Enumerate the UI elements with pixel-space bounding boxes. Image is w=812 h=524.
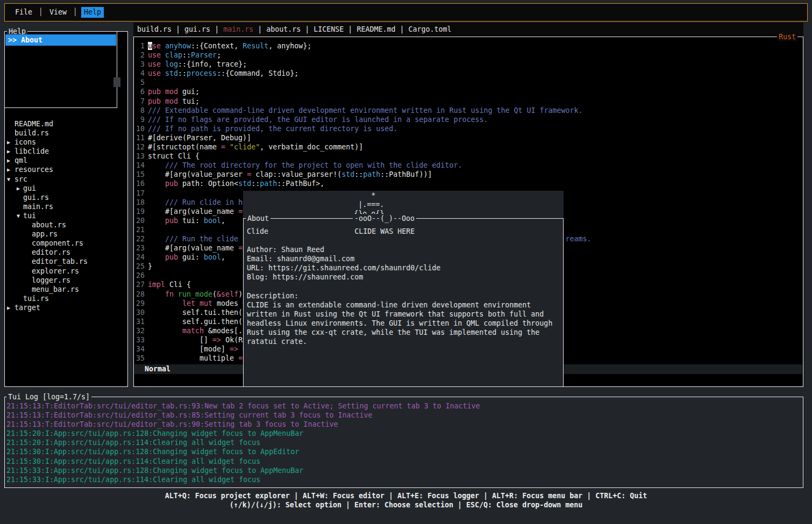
tree-item-tui[interactable]: ▼tui — [5, 211, 127, 220]
chevron-right-icon: ▶ — [7, 165, 10, 174]
code-line-text: pub mod tui; — [148, 97, 200, 105]
line-number: 3 — [136, 60, 145, 69]
code-line-text: impl Cli { — [148, 281, 191, 289]
code-segment: pub — [148, 180, 182, 188]
tree-item-README.md[interactable]: README.md — [5, 119, 127, 128]
tree-item-gui[interactable]: ▶gui — [5, 184, 127, 193]
tree-item-editor_tab.rs[interactable]: editor_tab.rs — [5, 257, 127, 266]
code-segment: tui: — [182, 217, 204, 225]
tree-item-menu_bar.rs[interactable]: menu_bar.rs — [5, 285, 127, 294]
menu-item-view[interactable]: View — [47, 7, 69, 17]
code-line-7[interactable]: 7pub mod tui; — [136, 97, 802, 106]
tree-item-about.rs[interactable]: about.rs — [5, 220, 127, 229]
tab-README.md[interactable]: README.md — [357, 25, 395, 33]
tree-item-qml[interactable]: ▶qml — [5, 156, 127, 165]
code-line-3[interactable]: 3use log::{info, trace}; — [136, 60, 802, 69]
tab-LICENSE[interactable]: LICENSE — [314, 25, 344, 33]
code-segment: :: — [178, 69, 187, 77]
tree-item-resources[interactable]: ▶resources — [5, 165, 127, 174]
code-line-12[interactable]: 12#[structopt(name = "clide", verbatim_d… — [136, 142, 802, 152]
code-segment: bool — [204, 253, 221, 261]
tree-item-label: gui.rs — [23, 193, 49, 202]
code-line-11[interactable]: 11#[derive(Parser, Debug)] — [136, 133, 802, 142]
tree-item-editor.rs[interactable]: editor.rs — [5, 248, 127, 257]
tree-item-libclide[interactable]: ▶libclide — [5, 147, 127, 156]
code-line-text: struct Cli { — [148, 152, 200, 160]
code-line-5[interactable]: 5 — [136, 78, 802, 87]
tree-item-label: tui.rs — [23, 295, 49, 303]
tab-build.rs[interactable]: build.rs — [137, 25, 172, 33]
code-line-15[interactable]: 15 #[arg(value_parser = clap::value_pars… — [136, 170, 802, 179]
tab-gui.rs[interactable]: gui.rs — [184, 25, 210, 33]
code-segment: anyhow — [165, 42, 191, 50]
code-line-1[interactable]: 1use anyhow::{Context, Result, anyhow}; — [136, 41, 802, 51]
code-segment: #[structopt(name — [148, 143, 221, 151]
line-number: 17 — [136, 189, 145, 198]
code-segment: /// Extendable command-line driven devel… — [148, 106, 583, 114]
tab-Cargo.toml[interactable]: Cargo.toml — [408, 25, 451, 33]
line-number: 1 — [136, 41, 145, 51]
tui-log-panel: Tui Log [log=1.7/s] 21:15:13:T:EditorTab… — [4, 397, 803, 488]
code-segment: => — [212, 336, 225, 344]
tree-item-label: tui — [23, 212, 36, 220]
file-tree: README.mdbuild.rs▶icons▶libclide▶qml▶res… — [5, 119, 127, 312]
code-line-16[interactable]: 16 pub path: Option<std::path::PathBuf>, — [136, 179, 802, 188]
tree-item-component.rs[interactable]: component.rs — [5, 239, 127, 248]
tree-item-target[interactable]: ▶target — [5, 303, 127, 312]
code-segment: gui; — [182, 88, 200, 96]
code-segment: #[derive(Parser, Debug)] — [148, 134, 251, 142]
tree-item-tui.rs[interactable]: tui.rs — [5, 294, 127, 303]
keybinding-help-bar: ALT+Q: Focus project explorer | ALT+W: F… — [0, 491, 812, 509]
code-segment: use — [148, 51, 165, 59]
code-line-text: } — [148, 262, 152, 270]
code-line-6[interactable]: 6pub mod gui; — [136, 87, 802, 96]
help-bar-line-1: ALT+Q: Focus project explorer | ALT+W: F… — [0, 491, 812, 500]
tree-item-src[interactable]: ▼src — [5, 175, 127, 184]
code-line-text: #[derive(Parser, Debug)] — [148, 134, 251, 142]
tree-item-app.rs[interactable]: app.rs — [5, 229, 127, 239]
code-line-text: pub gui: bool, — [148, 253, 225, 261]
code-line-10[interactable]: 10/// If no path is provided, the curren… — [136, 124, 802, 133]
code-segment: Cli { — [169, 281, 191, 289]
code-line-text: #[arg(value_parser = clap::value_parser!… — [148, 170, 432, 178]
code-line-8[interactable]: 8/// Extendable command-line driven deve… — [136, 106, 802, 115]
tree-item-label: main.rs — [23, 203, 53, 211]
menu-item-file[interactable]: File — [12, 7, 35, 17]
tree-item-icons[interactable]: ▶icons — [5, 138, 127, 147]
tree-item-gui.rs[interactable]: gui.rs — [5, 193, 127, 202]
chevron-down-icon: ▼ — [17, 211, 20, 220]
tab-main.rs[interactable]: main.rs — [223, 25, 253, 33]
tree-item-label: menu_bar.rs — [32, 285, 79, 293]
code-segment: bool — [204, 217, 221, 225]
menu-item-help[interactable]: Help — [81, 7, 104, 17]
line-number: 7 — [136, 97, 145, 106]
tree-item-label: editor.rs — [32, 248, 70, 256]
chevron-right-icon: ▶ — [7, 303, 10, 312]
code-segment: , verbatim_doc_comment)] — [260, 143, 363, 151]
dropdown-item-about[interactable]: >> About — [5, 34, 116, 46]
code-line-text: /// If no flags are provided, the GUI ed… — [148, 116, 488, 124]
tree-item-logger.rs[interactable]: logger.rs — [5, 276, 127, 285]
code-line-9[interactable]: 9/// If no flags are provided, the GUI e… — [136, 115, 802, 124]
line-number: 32 — [136, 326, 145, 335]
dropdown-scrollbar-thumb[interactable] — [113, 77, 120, 87]
code-line-13[interactable]: 13struct Cli { — [136, 152, 802, 161]
log-entry: 21:15:33:I:App:src/tui/app.rs:114:Cleari… — [6, 475, 803, 484]
code-line-14[interactable]: 14 /// The root directory for the projec… — [136, 161, 802, 170]
about-dialog-line — [247, 236, 562, 245]
tree-item-main.rs[interactable]: main.rs — [5, 202, 127, 211]
tree-item-build.rs[interactable]: build.rs — [5, 128, 127, 138]
line-number: 28 — [136, 290, 145, 299]
tree-item-explorer.rs[interactable]: explorer.rs — [5, 267, 127, 276]
tab-about.rs[interactable]: about.rs — [266, 25, 301, 33]
line-number: 10 — [136, 124, 145, 133]
code-segment: [mode] — [148, 345, 230, 353]
tree-item-label: component.rs — [32, 239, 83, 247]
code-line-4[interactable]: 4use std::process::{Command, Stdio}; — [136, 69, 802, 78]
about-dialog-line: headless Linux environments. The GUI is … — [247, 319, 562, 328]
code-segment: clap — [165, 51, 182, 59]
ascii-art-border: -ooO--(_)--Ooo — [353, 214, 416, 223]
code-line-2[interactable]: 2use clap::Parser; — [136, 51, 802, 60]
chevron-right-icon: ▶ — [17, 184, 20, 193]
code-segment: log — [165, 60, 178, 68]
